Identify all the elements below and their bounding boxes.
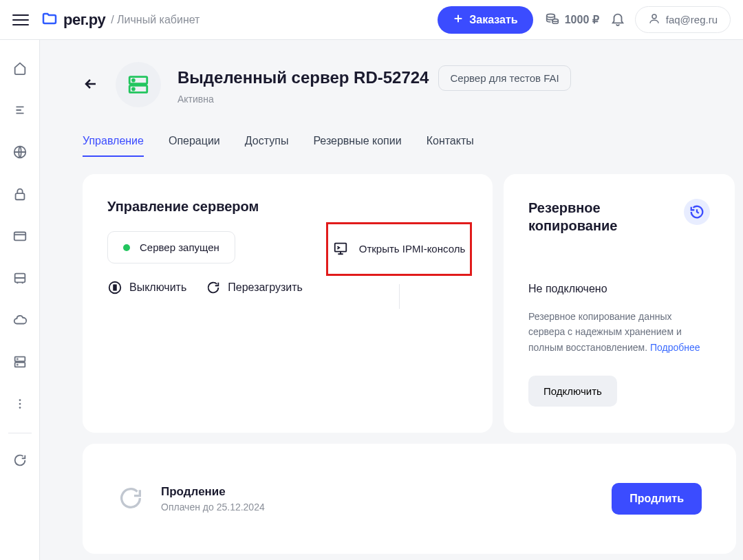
svg-point-12 (19, 403, 21, 405)
server-avatar (116, 62, 161, 107)
open-ipmi-console-button[interactable]: Открыть IPMI-консоль (326, 222, 472, 276)
renew-button[interactable]: Продлить (612, 483, 702, 515)
svg-point-11 (19, 399, 21, 401)
status-dot-icon (123, 244, 130, 251)
svg-point-16 (133, 79, 135, 81)
svg-point-10 (17, 365, 17, 365)
restart-button[interactable]: Перезагрузить (206, 280, 303, 295)
svg-rect-4 (15, 193, 24, 200)
notifications-button[interactable] (610, 11, 625, 28)
svg-point-2 (652, 14, 656, 19)
svg-point-0 (546, 14, 554, 17)
svg-point-13 (19, 407, 21, 409)
svg-rect-7 (14, 357, 25, 361)
tab-access[interactable]: Доступы (245, 135, 289, 157)
sidebar-cloud-icon[interactable] (12, 312, 28, 330)
renewal-card: Продление Оплачен до 25.12.2024 Продлить (83, 444, 736, 554)
tab-management[interactable]: Управление (83, 135, 144, 157)
backup-description: Резервное копирование данных сервера с н… (528, 309, 710, 355)
sidebar-loop-icon[interactable] (12, 453, 28, 470)
vertical-divider (399, 284, 400, 309)
order-button[interactable]: Заказать (438, 6, 532, 34)
renewal-subtitle: Оплачен до 25.12.2024 (161, 502, 265, 513)
account-email: faq@reg.ru (666, 14, 718, 25)
balance-amount: 1000 ₽ (565, 13, 599, 26)
tabs: Управление Операции Доступы Резервные ко… (83, 135, 743, 158)
tab-backups[interactable]: Резервные копии (313, 135, 401, 157)
logo-text: рег.ру (63, 11, 105, 29)
account-button[interactable]: faq@reg.ru (635, 6, 731, 33)
svg-point-9 (17, 358, 17, 359)
status-text: Активна (177, 94, 571, 105)
folder-icon (41, 10, 58, 29)
renewal-icon (117, 484, 144, 514)
order-label: Заказать (469, 14, 517, 26)
sidebar-lock-icon[interactable] (12, 186, 28, 204)
svg-rect-5 (14, 233, 25, 241)
history-icon (684, 199, 710, 225)
svg-rect-20 (115, 285, 116, 290)
logo[interactable]: рег.ру (41, 10, 105, 29)
ipmi-label: Открыть IPMI-консоль (359, 241, 466, 257)
breadcrumb: / Личный кабинет (111, 14, 200, 26)
sidebar-divider (8, 433, 32, 433)
page-title: Выделенный сервер RD-52724 (177, 68, 429, 87)
svg-rect-8 (14, 363, 25, 367)
balance[interactable]: 1000 ₽ (546, 12, 599, 28)
user-icon (648, 12, 660, 27)
connect-backup-button[interactable]: Подключить (528, 376, 617, 407)
renewal-title: Продление (161, 485, 265, 499)
server-status-label: Сервер запущен (140, 241, 219, 253)
svg-point-1 (552, 19, 558, 21)
tab-contacts[interactable]: Контакты (427, 135, 474, 157)
server-tag[interactable]: Сервер для тестов FAI (438, 65, 570, 91)
shutdown-button[interactable]: Выключить (107, 280, 186, 295)
svg-point-17 (133, 88, 135, 90)
backup-card: Резервное копирование Не подключено Резе… (504, 174, 735, 433)
backup-more-link[interactable]: Подробнее (650, 342, 700, 353)
svg-rect-21 (334, 243, 346, 251)
sidebar-server-icon[interactable] (12, 270, 28, 288)
sidebar-storage-icon[interactable] (12, 354, 28, 371)
menu-toggle[interactable] (12, 12, 29, 28)
sidebar-list-icon[interactable] (12, 103, 28, 120)
backup-title: Резервное копирование (528, 199, 652, 235)
tab-operations[interactable]: Операции (169, 135, 220, 157)
restart-label: Перезагрузить (228, 281, 303, 294)
svg-rect-19 (114, 285, 114, 290)
management-title: Управление сервером (107, 199, 468, 215)
plus-icon (453, 13, 464, 27)
server-status-pill[interactable]: Сервер запущен (107, 231, 235, 263)
console-icon (333, 241, 348, 258)
back-button[interactable] (83, 76, 99, 94)
sidebar-globe-icon[interactable] (12, 144, 28, 162)
sidebar-card-icon[interactable] (12, 228, 28, 246)
management-card: Управление сервером Сервер запущен Выклю… (83, 174, 493, 433)
sidebar-home-icon[interactable] (12, 61, 28, 78)
sidebar-more-icon[interactable] (12, 396, 28, 413)
shutdown-label: Выключить (129, 281, 186, 294)
coins-icon (546, 12, 559, 28)
backup-status: Не подключено (528, 283, 710, 295)
